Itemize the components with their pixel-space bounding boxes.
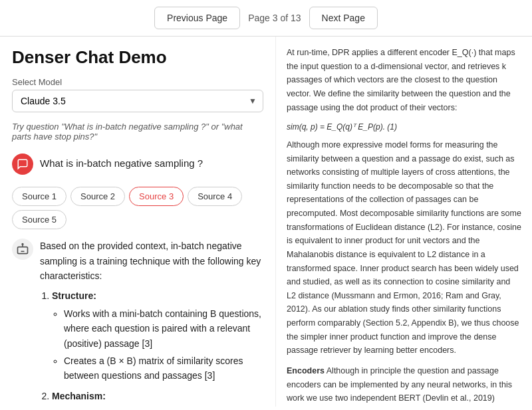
answer-intro: Based on the provided context, in-batch … (40, 241, 261, 281)
chat-answer-text: Based on the provided context, in-batch … (40, 239, 263, 407)
select-model-label: Select Model (12, 77, 263, 87)
section-2-bullets: Reuses passages within the same batch as… (64, 406, 263, 407)
robot-icon (12, 239, 33, 260)
top-nav: Previous Page Page 3 of 13 Next Page (0, 0, 532, 37)
prev-page-button[interactable]: Previous Page (154, 7, 240, 29)
try-question-hint: Try question "What is in-batch negative … (12, 122, 263, 142)
main-container: Denser Chat Demo Select Model Claude 3.5… (0, 37, 532, 407)
right-panel: At run-time, DPR applies a different enc… (276, 37, 532, 407)
svg-rect-0 (18, 247, 28, 254)
section-1-title: Structure: (52, 290, 96, 301)
encoders-label: Encoders (287, 366, 325, 375)
chat-answer: Based on the provided context, in-batch … (12, 239, 263, 407)
section-2-title: Mechanism: (52, 391, 106, 401)
page-info: Page 3 of 13 (248, 13, 301, 23)
answer-section-2: Mechanism: Reuses passages within the sa… (52, 389, 263, 407)
section-1-bullet-2: Creates a (B × B) matrix of similarity s… (64, 354, 263, 383)
model-select-wrapper: Claude 3.5 ▼ (12, 90, 263, 112)
section-2-bullet-1: Reuses passages within the same batch as… (64, 406, 263, 407)
left-panel: Denser Chat Demo Select Model Claude 3.5… (0, 37, 276, 407)
user-chat-icon (12, 154, 33, 175)
source-tab-5[interactable]: Source 5 (12, 210, 66, 229)
source-tab-2[interactable]: Source 2 (70, 187, 125, 206)
source-tabs: Source 1 Source 2 Source 3 Source 4 Sour… (12, 187, 263, 229)
chat-question: What is in-batch negative sampling ? (12, 151, 263, 177)
right-para-2: Although more expressive model forms for… (287, 138, 521, 358)
chat-bubble-icon (17, 158, 29, 170)
source-tab-4[interactable]: Source 4 (188, 187, 242, 206)
next-page-button[interactable]: Next Page (309, 7, 378, 29)
svg-point-1 (22, 244, 23, 245)
model-select[interactable]: Claude 3.5 (12, 90, 263, 112)
answer-section-1: Structure: Works with a mini-batch conta… (52, 288, 263, 383)
section-1-bullet-1: Works with a mini-batch containing B que… (64, 306, 263, 351)
source-tab-1[interactable]: Source 1 (12, 187, 66, 206)
answer-list: Structure: Works with a mini-batch conta… (52, 288, 263, 407)
chat-question-text: What is in-batch negative sampling ? (40, 154, 203, 171)
app-title: Denser Chat Demo (12, 47, 263, 68)
robot-face-icon (16, 243, 29, 256)
right-para-1: At run-time, DPR applies a different enc… (287, 46, 521, 114)
right-para-3: Encoders Although in principle the quest… (287, 364, 521, 407)
model-select-group: Select Model Claude 3.5 ▼ (12, 77, 263, 112)
section-1-bullets: Works with a mini-batch containing B que… (64, 306, 263, 383)
right-formula-1: sim(q, p) = E_Q(q)ᵀ E_P(p). (1) (287, 121, 521, 134)
source-tab-3[interactable]: Source 3 (129, 187, 184, 206)
